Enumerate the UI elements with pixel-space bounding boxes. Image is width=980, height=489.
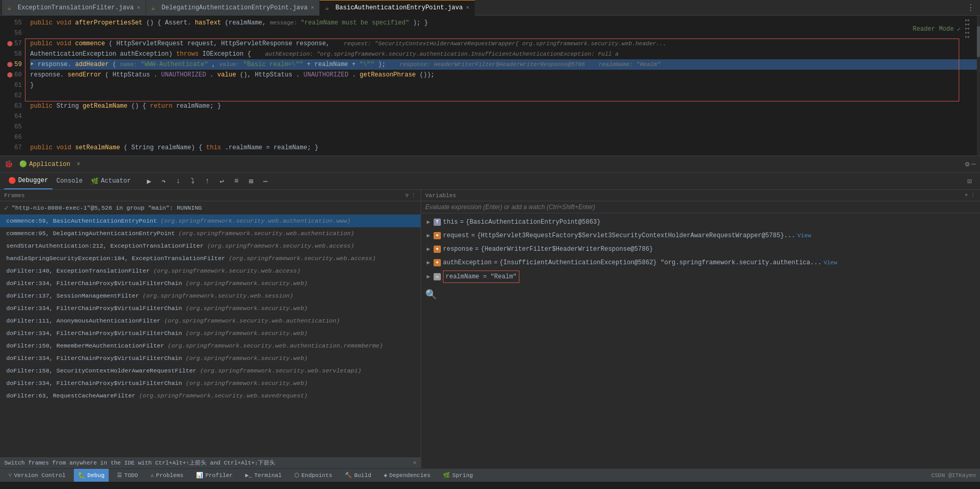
variables-panel: Variables + ⋮ ▶ T this = {BasicAuthentic… <box>421 190 980 468</box>
breakpoint-59[interactable] <box>7 62 12 67</box>
var-request[interactable]: ▶ ● request = {HttpServlet3RequestFactor… <box>421 229 980 242</box>
request-view-link[interactable]: View <box>798 230 811 241</box>
tab-exception-translation[interactable]: ☕ ExceptionTranslationFilter.java × <box>2 0 146 16</box>
frame-item-8[interactable]: doFilter:111, AnonymousAuthenticationFil… <box>0 315 421 327</box>
frames-filter-icon[interactable]: ▽ <box>405 192 409 199</box>
code-line-62 <box>30 91 980 101</box>
todo-label: TODO <box>124 472 138 479</box>
frame-item-1[interactable]: commence:95, DelegatingAuthenticationEnt… <box>0 227 421 240</box>
line-59: 59 <box>0 59 26 70</box>
breakpoint-60[interactable] <box>7 72 12 78</box>
debug-panel-icon[interactable]: 🐞 <box>2 160 15 169</box>
frame-item-9[interactable]: doFilter:334, FilterChainProxy$VirtualFi… <box>0 327 421 340</box>
line-58: 58 <box>0 49 26 59</box>
expression-input[interactable] <box>425 203 976 211</box>
var-response[interactable]: ▶ ● response = {HeaderWriterFilter$Heade… <box>421 242 980 256</box>
spring-icon: 🌿 <box>443 472 450 479</box>
var-this[interactable]: ▶ T this = {BasicAuthenticationEntryPoin… <box>421 215 980 229</box>
frames-panel: Frames ▽ ⋮ ✓ "http-nio-8080-exec-1"@5,52… <box>0 190 421 468</box>
tab-close-icon-2[interactable]: × <box>311 5 315 11</box>
debug-tabs: 🔴 Debugger Console 🌿 Actuator ▶ ↷ ↓ ⤵ ↑ … <box>0 173 980 190</box>
status-debug[interactable]: 🐛 Debug <box>74 469 109 482</box>
auth-view-link[interactable]: View <box>824 257 837 268</box>
debug-close-icon[interactable]: × <box>74 161 82 168</box>
tab-close-icon-3[interactable]: × <box>466 5 469 11</box>
status-version-control[interactable]: ⑂ Version Control <box>4 469 70 482</box>
evaluate-button[interactable]: ≡ <box>231 175 242 187</box>
java-file-icon-3: ☕ <box>325 4 332 11</box>
panel-right-controls: ⊡ <box>968 177 976 186</box>
status-build[interactable]: 🔨 Build <box>341 469 375 482</box>
frames-list-button[interactable]: ⊞ <box>245 175 257 187</box>
terminal-icon: ▶_ <box>245 472 252 479</box>
frame-item-0[interactable]: commence:59, BasicAuthenticationEntryPoi… <box>0 215 421 227</box>
frames-header: Frames ▽ ⋮ <box>0 190 421 201</box>
var-more-icon[interactable]: ⋮ <box>970 192 976 199</box>
thread-settings[interactable]: ⋯ <box>260 175 271 187</box>
frame-item-5[interactable]: doFilter:334, FilterChainProxy$VirtualFi… <box>0 277 421 290</box>
variables-label: Variables <box>425 192 456 199</box>
tab-actuator[interactable]: 🌿 Actuator <box>87 173 135 189</box>
frame-item-11[interactable]: doFilter:334, FilterChainProxy$VirtualFi… <box>0 352 421 365</box>
tab-basic-auth[interactable]: ☕ BasicAuthenticationEntryPoint.java × <box>320 0 475 16</box>
var-icon-auth: ● <box>434 259 441 266</box>
frame-item-13[interactable]: doFilter:334, FilterChainProxy$VirtualFi… <box>0 377 421 390</box>
frame-item-4[interactable]: doFilter:140, ExceptionTranslationFilter… <box>0 265 421 277</box>
frames-more-icon[interactable]: ⋮ <box>411 192 416 199</box>
notice-close[interactable]: × <box>413 460 416 466</box>
status-profiler[interactable]: 📊 Profiler <box>192 469 237 482</box>
tab-console[interactable]: Console <box>53 173 87 189</box>
step-into-button[interactable]: ↓ <box>173 175 184 187</box>
notice-text: Switch frames from anywhere in the IDE w… <box>4 459 275 467</box>
tab-delegating-auth[interactable]: ☕ DelegatingAuthenticationEntryPoint.jav… <box>146 0 320 16</box>
frame-item-7[interactable]: doFilter:334, FilterChainProxy$VirtualFi… <box>0 302 421 315</box>
run-to-cursor-button[interactable]: ↩ <box>216 175 228 187</box>
status-todo[interactable]: ☰ TODO <box>113 469 142 482</box>
debug-label: Debug <box>87 472 104 479</box>
frame-item-2[interactable]: sendStartAuthentication:212, ExceptionTr… <box>0 240 421 252</box>
endpoints-icon: ⬡ <box>294 472 299 479</box>
settings-icon[interactable]: ⚙ <box>965 160 969 169</box>
frames-label: Frames <box>4 192 25 199</box>
line-63: 63 <box>0 101 26 111</box>
debug-title: 🟢 Application <box>15 160 74 168</box>
tab-more-button[interactable]: ⋮ <box>961 3 980 13</box>
source-code: public void afterPropertiesSet () { Asse… <box>26 18 980 156</box>
frame-item-14[interactable]: doFilter:63, RequestCacheAwareFilter (or… <box>0 390 421 402</box>
tab-debugger[interactable]: 🔴 Debugger <box>4 173 53 189</box>
step-out-button[interactable]: ↑ <box>202 175 213 187</box>
add-watch-btn[interactable]: 🔍 <box>425 289 437 301</box>
var-realm-name[interactable]: ▶ ∞ realmName = "Realm" <box>421 269 980 284</box>
breakpoint-57[interactable] <box>7 41 12 46</box>
minimize-icon[interactable]: — <box>972 160 976 169</box>
code-line-65 <box>30 122 980 132</box>
frame-item-3[interactable]: handleSpringSecurityException:184, Excep… <box>0 252 421 265</box>
status-bar: ⑂ Version Control 🐛 Debug ☰ TODO ⚠ Probl… <box>0 468 980 482</box>
force-step-into-button[interactable]: ⤵ <box>187 175 199 187</box>
status-problems[interactable]: ⚠ Problems <box>146 469 187 482</box>
frames-controls: ▽ ⋮ <box>405 192 416 199</box>
line-64: 64 <box>0 111 26 122</box>
expand-icon[interactable]: ⊡ <box>968 177 972 186</box>
frame-item-6[interactable]: doFilter:137, SessionManagementFilter (o… <box>0 290 421 302</box>
tab-close-icon-1[interactable]: × <box>137 5 140 11</box>
thread-label: "http-nio-8080-exec-1"@5,526 in group "m… <box>11 204 202 211</box>
status-endpoints[interactable]: ⬡ Endpoints <box>290 469 336 482</box>
status-dependencies[interactable]: ◈ Dependencies <box>380 469 435 482</box>
add-watch-icon[interactable]: + <box>964 192 968 199</box>
build-icon: 🔨 <box>345 472 352 479</box>
console-label: Console <box>57 177 83 185</box>
code-line-61: } <box>30 80 980 91</box>
expression-bar <box>421 201 980 213</box>
frame-item-12[interactable]: doFilter:158, SecurityContextHolderAware… <box>0 365 421 377</box>
status-terminal[interactable]: ▶_ Terminal <box>241 469 286 482</box>
resume-button[interactable]: ▶ <box>143 175 155 187</box>
step-over-button[interactable]: ↷ <box>158 175 169 187</box>
debugger-label: Debugger <box>18 177 48 184</box>
editor-scrollbar[interactable] <box>977 16 980 156</box>
status-spring[interactable]: 🌿 Spring <box>439 469 477 482</box>
var-icon-realm: ∞ <box>434 273 441 280</box>
frame-item-10[interactable]: doFilter:150, RememberMeAuthenticationFi… <box>0 340 421 352</box>
var-auth-exception[interactable]: ▶ ● authException = {InsufficientAuthent… <box>421 256 980 269</box>
var-add-watch[interactable]: 🔍 <box>421 288 980 302</box>
